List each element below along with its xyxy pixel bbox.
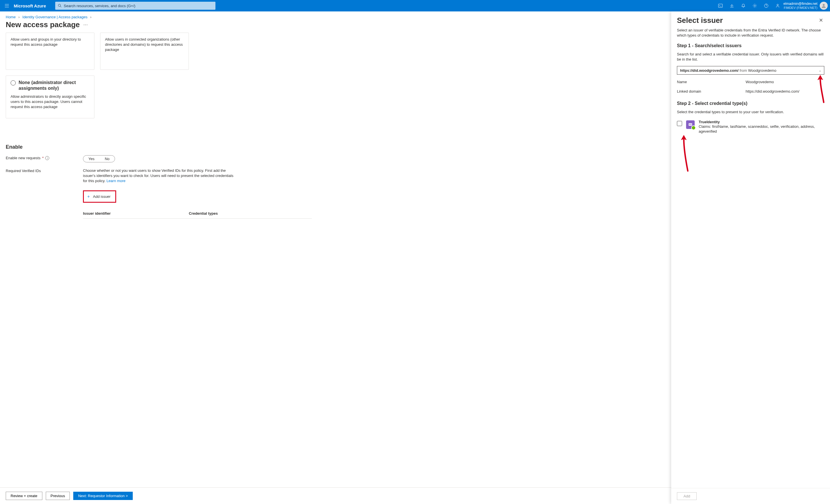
chevron-right-icon: › (88, 15, 93, 19)
radio-none[interactable] (10, 80, 16, 86)
issuer-name-label: Name (677, 80, 745, 84)
linked-domain-value: https://did.woodgrovedemo.com/ (745, 89, 799, 94)
avatar (820, 2, 828, 10)
select-issuer-panel: Select issuer ✕ Select an issuer of veri… (671, 11, 830, 247)
notifications-icon[interactable] (738, 0, 749, 11)
panel-title: Select issuer (677, 16, 723, 25)
account-email: elmadmin@fimdev.net (784, 2, 818, 6)
add-issuer-button[interactable]: ＋ Add issuer (85, 192, 115, 201)
settings-icon[interactable] (749, 0, 761, 11)
svg-line-1 (60, 6, 62, 7)
verified-ids-desc: Choose whether or not you want users to … (83, 168, 237, 183)
step1-title: Step 1 - Search/select issuers (677, 43, 824, 48)
credential-row: TrueIdentity Claims: firstName, lastName… (677, 120, 824, 134)
card-desc: Allow administrators to directly assign … (10, 94, 90, 109)
learn-more-link[interactable]: Learn more (106, 179, 125, 183)
dropdown-url: https://did.woodgrovedemo.com/ (680, 68, 738, 73)
card-desc: Allow users and groups in your directory… (10, 37, 90, 47)
card-title: None (administrator direct assignments o… (19, 80, 90, 91)
topbar-icon-row (715, 0, 784, 11)
brand-label[interactable]: Microsoft Azure (14, 3, 53, 8)
global-search[interactable] (55, 2, 216, 10)
svg-rect-10 (691, 125, 692, 125)
add-issuer-label: Add issuer (93, 194, 110, 199)
breadcrumb-level1[interactable]: Identity Governance | Access packages (22, 15, 87, 19)
step2-title: Step 2 - Select credential type(s) (677, 101, 824, 106)
dropdown-from: from (740, 68, 747, 73)
account-area[interactable]: elmadmin@fimdev.net FIMDEV (FIMDEV.NET) (784, 2, 830, 10)
account-tenant: FIMDEV (FIMDEV.NET) (784, 6, 818, 10)
panel-intro: Select an issuer of verifiable credentia… (677, 28, 824, 38)
toggle-yes[interactable]: Yes (83, 156, 100, 162)
search-icon (58, 3, 62, 8)
topbar: Microsoft Azure elmadmin@fimdev.net FIMD… (0, 0, 830, 11)
card-directory-users[interactable]: Allow users and groups in your directory… (6, 33, 94, 70)
step2-sub: Select the credential types to present t… (677, 109, 824, 114)
directories-icon[interactable] (726, 0, 738, 11)
svg-rect-2 (719, 4, 723, 7)
required-star: * (42, 156, 43, 160)
issuer-name-value: Woodgrovedemo (745, 80, 774, 84)
yes-no-toggle[interactable]: Yes No (83, 155, 115, 162)
linked-domain-label: Linked domain (677, 89, 745, 94)
info-icon[interactable]: i (45, 156, 49, 160)
credential-card-icon (686, 120, 695, 129)
svg-point-3 (754, 5, 756, 7)
dropdown-org: Woodgrovedemo (748, 68, 776, 73)
card-connected-orgs[interactable]: Allow users in connected organizations (… (100, 33, 189, 70)
th-issuer-identifier: Issuer identifier (83, 211, 189, 215)
card-none-option[interactable]: None (administrator direct assignments o… (6, 75, 94, 119)
cloud-shell-icon[interactable] (715, 0, 726, 11)
plus-icon: ＋ (87, 194, 91, 199)
feedback-icon[interactable] (772, 0, 784, 11)
breadcrumb-home[interactable]: Home (6, 15, 16, 19)
credential-title: TrueIdentity (699, 120, 824, 124)
svg-rect-7 (689, 123, 692, 126)
annotation-highlight: ＋ Add issuer (83, 191, 116, 203)
svg-point-5 (777, 4, 778, 6)
close-icon[interactable]: ✕ (818, 16, 824, 25)
issuer-dropdown[interactable]: https://did.woodgrovedemo.com/ from Wood… (677, 66, 824, 75)
more-actions-icon[interactable]: ⋯ (83, 22, 88, 28)
hamburger-menu[interactable] (0, 0, 14, 11)
svg-point-6 (823, 4, 825, 6)
credential-checkbox[interactable] (677, 121, 682, 126)
toggle-no[interactable]: No (100, 156, 115, 162)
card-desc: Allow users in connected organizations (… (105, 37, 184, 52)
help-icon[interactable] (761, 0, 772, 11)
step1-sub: Search for and select a verifiable crede… (677, 52, 824, 62)
svg-point-0 (58, 4, 61, 7)
annotation-arrow (677, 135, 691, 173)
svg-point-8 (690, 124, 691, 125)
chevron-down-icon: ⌄ (819, 69, 821, 72)
hamburger-icon (5, 3, 9, 8)
required-verified-ids-label: Required Verified IDs (6, 169, 41, 173)
credential-claims: Claims: firstName, lastName, scanneddoc,… (699, 124, 824, 134)
enable-new-requests-label: Enable new requests (6, 156, 40, 160)
search-input[interactable] (64, 4, 213, 8)
page-title: New access package (6, 20, 80, 29)
chevron-right-icon: › (17, 15, 21, 19)
th-credential-types: Credential types (189, 211, 218, 215)
